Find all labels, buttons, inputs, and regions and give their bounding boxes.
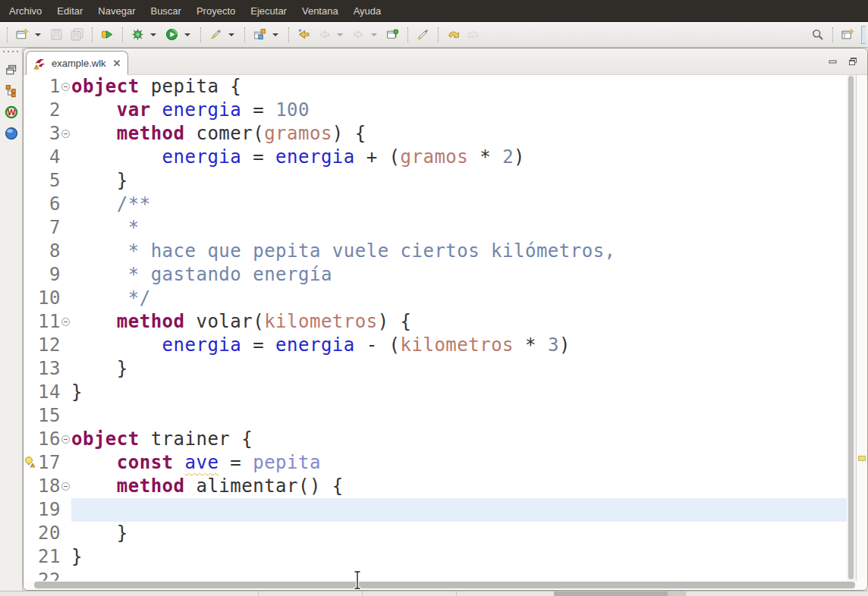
code-checks-button[interactable] [206, 25, 225, 44]
code-line-9[interactable]: * gastando energía [71, 263, 847, 287]
menu-archivo[interactable]: Archivo [2, 1, 49, 21]
forward-button[interactable] [349, 25, 368, 44]
toolbar-separator [288, 27, 289, 42]
mark-occurrences-button[interactable] [414, 25, 432, 44]
code-token: method [117, 475, 185, 497]
editor-body: 12345678910111213141516171819202122 obje… [24, 75, 867, 581]
code-token: } [71, 546, 83, 567]
code-line-11[interactable]: method volar(kilometros) { [71, 310, 847, 334]
menu-ejecutar[interactable]: Ejecutar [243, 1, 294, 21]
drag-handle-dots [3, 51, 20, 52]
line-number: 8 [36, 240, 61, 263]
line-number: 5 [36, 169, 61, 193]
tab-example-wlk[interactable]: example.wlk ✕ [26, 51, 128, 75]
vertical-scrollbar-thumb[interactable] [848, 76, 854, 579]
restore-views-button[interactable] [2, 61, 20, 79]
tab-close-icon[interactable]: ✕ [113, 58, 121, 69]
run-dropdown[interactable] [184, 33, 190, 36]
fold-toggle[interactable] [61, 130, 70, 138]
code-line-13[interactable]: } [71, 357, 847, 381]
menu-buscar[interactable]: Buscar [143, 1, 188, 21]
redo-button[interactable] [464, 25, 483, 44]
search-icon [811, 28, 824, 41]
open-perspective-button[interactable] [838, 25, 857, 44]
annotation-row [24, 404, 36, 428]
code-line-3[interactable]: method comer(gramos) { [71, 122, 847, 146]
menu-proyecto[interactable]: Proyecto [189, 1, 243, 21]
forward-dropdown[interactable] [371, 33, 377, 36]
warning-marker[interactable] [24, 451, 36, 475]
code-token: * gastando energía [71, 264, 332, 285]
save-icon [50, 28, 63, 41]
code-checks-dropdown[interactable] [228, 33, 234, 36]
status-progress-block [668, 591, 685, 596]
menu-navegar[interactable]: Navegar [90, 1, 143, 21]
new-wollok-element-button[interactable] [250, 25, 269, 44]
code-line-22[interactable] [71, 569, 847, 581]
fold-toggle[interactable] [61, 83, 70, 91]
overview-warning-mark[interactable] [858, 456, 866, 461]
code-token: energia [275, 146, 355, 168]
last-edit-location-button[interactable] [294, 25, 313, 44]
line-number: 2 [36, 99, 61, 122]
code-line-2[interactable]: var energia = 100 [71, 99, 847, 122]
debug-button[interactable] [128, 25, 147, 44]
back-button[interactable] [315, 25, 334, 44]
code-line-21[interactable]: } [71, 545, 847, 569]
code-token: = [241, 99, 275, 121]
save-button[interactable] [47, 25, 66, 44]
menu-ayuda[interactable]: Ayuda [346, 1, 389, 21]
back-dropdown[interactable] [337, 33, 343, 36]
annotation-row [24, 545, 36, 569]
toolbar-separator [244, 27, 245, 42]
undo-button[interactable] [444, 25, 463, 44]
new-button[interactable] [13, 25, 32, 44]
code-editor[interactable]: object pepita { var energia = 100 method… [71, 75, 847, 581]
code-token: - ( [355, 334, 401, 356]
code-line-19[interactable] [71, 498, 847, 522]
save-all-button[interactable] [68, 25, 86, 44]
menu-ventana[interactable]: Ventana [294, 1, 346, 21]
fold-row [61, 357, 71, 381]
outline-view-button[interactable] [2, 82, 20, 100]
code-line-10[interactable]: */ [71, 287, 847, 310]
code-line-8[interactable]: * hace que pepita vuele ciertos kilómetr… [71, 240, 847, 263]
horizontal-scrollbar-thumb[interactable] [34, 582, 855, 588]
code-line-5[interactable]: } [71, 169, 847, 193]
code-line-4[interactable]: energia = energia + (gramos * 2) [71, 146, 847, 169]
wollok-repl-button[interactable] [98, 25, 117, 44]
run-button[interactable] [162, 25, 181, 44]
code-line-14[interactable]: } [71, 381, 847, 404]
code-line-20[interactable]: } [71, 522, 847, 545]
menu-editar[interactable]: Editar [49, 1, 90, 21]
browser-view-button[interactable] [2, 124, 20, 143]
vertical-scrollbar[interactable] [847, 75, 856, 581]
wollok-view-button[interactable]: W [2, 103, 20, 121]
fold-toggle[interactable] [61, 482, 70, 491]
code-line-1[interactable]: object pepita { [71, 75, 847, 99]
new-wollok-element-dropdown[interactable] [272, 33, 278, 36]
new-dropdown[interactable] [35, 33, 41, 36]
code-line-18[interactable]: method alimentar() { [71, 475, 847, 498]
code-line-16[interactable]: object trainer { [71, 428, 847, 451]
fold-toggle[interactable] [61, 318, 70, 326]
annotation-row [24, 522, 36, 545]
annotation-row [24, 569, 36, 581]
debug-dropdown[interactable] [150, 33, 156, 36]
fold-toggle[interactable] [61, 435, 70, 444]
restore-button[interactable] [848, 56, 858, 67]
code-line-7[interactable]: * [71, 216, 847, 240]
code-token: method [117, 311, 185, 332]
code-token [71, 99, 117, 121]
wollok-repl-icon [101, 28, 114, 41]
minimize-button[interactable] [828, 56, 838, 67]
code-line-6[interactable]: /** [71, 193, 847, 216]
search-button[interactable] [808, 25, 827, 44]
pin-editor-button[interactable] [383, 25, 402, 44]
horizontal-scrollbar[interactable] [24, 581, 867, 590]
code-line-12[interactable]: energia = energia - (kilometros * 3) [71, 334, 847, 357]
back-icon [318, 28, 331, 41]
code-line-17[interactable]: const ave = pepita [71, 451, 847, 475]
code-token: * [468, 146, 502, 168]
code-line-15[interactable] [71, 404, 847, 428]
